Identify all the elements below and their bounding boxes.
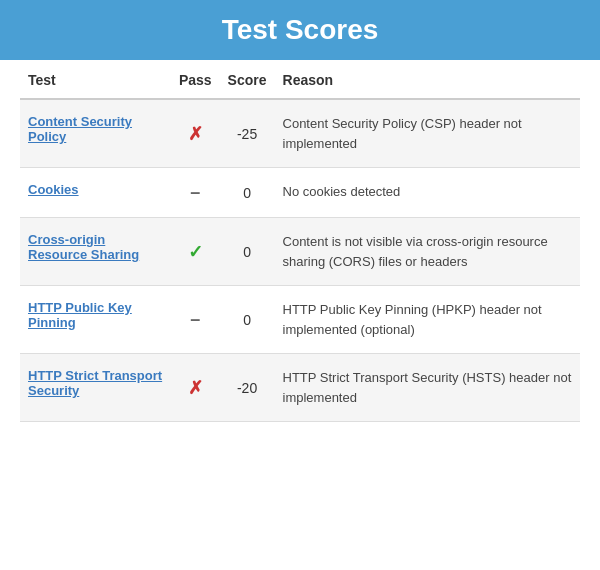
cell-test: HTTP Public Key Pinning <box>20 286 171 354</box>
cell-reason: No cookies detected <box>275 168 580 218</box>
col-header-pass: Pass <box>171 60 220 99</box>
page-title: Test Scores <box>20 14 580 46</box>
cell-reason: HTTP Strict Transport Security (HSTS) he… <box>275 354 580 422</box>
cell-pass: – <box>171 286 220 354</box>
pass-icon: ✓ <box>188 242 203 262</box>
cell-pass: ✗ <box>171 354 220 422</box>
cell-score: -20 <box>220 354 275 422</box>
cell-pass: – <box>171 168 220 218</box>
cell-test: Cookies <box>20 168 171 218</box>
cell-test: Cross-origin Resource Sharing <box>20 218 171 286</box>
cell-score: -25 <box>220 99 275 168</box>
table-row: HTTP Strict Transport Security✗-20HTTP S… <box>20 354 580 422</box>
scores-table: Test Pass Score Reason Content Security … <box>20 60 580 422</box>
test-link[interactable]: HTTP Public Key Pinning <box>28 300 163 330</box>
cell-score: 0 <box>220 218 275 286</box>
fail-icon: ✗ <box>188 124 203 144</box>
cell-test: HTTP Strict Transport Security <box>20 354 171 422</box>
cell-reason: HTTP Public Key Pinning (HPKP) header no… <box>275 286 580 354</box>
table-header-row: Test Pass Score Reason <box>20 60 580 99</box>
cell-score: 0 <box>220 168 275 218</box>
cell-reason: Content is not visible via cross-origin … <box>275 218 580 286</box>
cell-pass: ✗ <box>171 99 220 168</box>
test-link[interactable]: Content Security Policy <box>28 114 163 144</box>
cell-score: 0 <box>220 286 275 354</box>
test-link[interactable]: HTTP Strict Transport Security <box>28 368 163 398</box>
col-header-reason: Reason <box>275 60 580 99</box>
table-row: Cross-origin Resource Sharing✓0Content i… <box>20 218 580 286</box>
cell-test: Content Security Policy <box>20 99 171 168</box>
neutral-icon: – <box>190 309 200 329</box>
table-row: Content Security Policy✗-25Content Secur… <box>20 99 580 168</box>
cell-reason: Content Security Policy (CSP) header not… <box>275 99 580 168</box>
test-link[interactable]: Cross-origin Resource Sharing <box>28 232 163 262</box>
col-header-test: Test <box>20 60 171 99</box>
table-row: HTTP Public Key Pinning–0HTTP Public Key… <box>20 286 580 354</box>
fail-icon: ✗ <box>188 378 203 398</box>
cell-pass: ✓ <box>171 218 220 286</box>
neutral-icon: – <box>190 182 200 202</box>
test-link[interactable]: Cookies <box>28 182 163 197</box>
table-row: Cookies–0No cookies detected <box>20 168 580 218</box>
header: Test Scores <box>0 0 600 60</box>
col-header-score: Score <box>220 60 275 99</box>
